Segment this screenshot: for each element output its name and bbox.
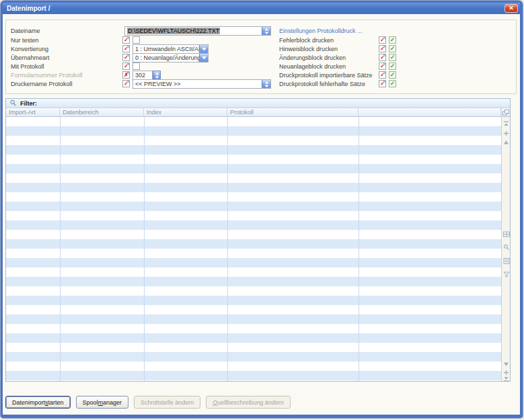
grid-search-button[interactable] bbox=[502, 244, 510, 251]
title-bar: Datenimport / bbox=[3, 3, 520, 14]
dateiname-input[interactable]: D:\SEDEV\WFLTAUSCH\222.TXT bbox=[124, 26, 271, 36]
green-check-icon: ✓ bbox=[390, 62, 396, 69]
konvertierung-dropdown-button[interactable] bbox=[199, 45, 208, 53]
grid-report-button[interactable] bbox=[502, 257, 510, 264]
column-chooser-button[interactable] bbox=[501, 108, 510, 117]
uebernahmeart-dropdown-button[interactable] bbox=[199, 54, 208, 62]
green-check-icon: ✓ bbox=[390, 71, 396, 78]
grid-rows-area[interactable] bbox=[6, 117, 501, 381]
filter-label: Filter: bbox=[20, 100, 37, 107]
formularnummer-spinner-button[interactable] bbox=[153, 71, 161, 80]
formularnummer-input[interactable]: 302 bbox=[133, 71, 153, 80]
formularnummer-label: Formularnummer Protokoll bbox=[11, 72, 83, 79]
red-check-icon: ✓ bbox=[380, 81, 385, 87]
grid-nav-strip bbox=[501, 108, 510, 381]
formularnummer-modified-button[interactable]: ✗ bbox=[122, 71, 130, 79]
updown-arrows-icon bbox=[264, 81, 269, 87]
fehlerhafte-saetze-label: Druckprotokoll fehlerhafte Sätze bbox=[279, 81, 365, 87]
konvertierung-dropdown[interactable]: 1 : Umwandeln ASCII/ANSI bbox=[133, 44, 209, 54]
move-down-icon bbox=[503, 370, 509, 376]
uebernahmeart-modified-button[interactable]: ✓ bbox=[122, 54, 130, 61]
uebernahmeart-value: 0 : Neuanlage/Änderung bbox=[135, 54, 201, 61]
button-mnemonic: m bbox=[98, 399, 104, 406]
grid-filter-button[interactable] bbox=[502, 271, 510, 278]
green-check-icon: ✓ bbox=[390, 80, 396, 87]
grid-scroll-top-button[interactable] bbox=[502, 120, 510, 127]
protokolldruck-settings-link[interactable]: Einstellungen Protokolldruck ... bbox=[279, 28, 363, 34]
arrow-up-icon bbox=[503, 140, 509, 145]
druckername-modified-button[interactable]: ✓ bbox=[122, 80, 130, 87]
fehlerblock-label: Fehlerblock drucken bbox=[279, 37, 334, 44]
search-icon bbox=[503, 244, 510, 251]
grid-row-up-button[interactable] bbox=[502, 139, 510, 146]
importierbare-saetze-modified-button[interactable]: ✓ bbox=[379, 71, 386, 79]
column-header-empty[interactable] bbox=[359, 108, 501, 116]
filter-bar[interactable]: Filter: bbox=[6, 99, 510, 108]
mit-protokoll-modified-button[interactable]: ✓ bbox=[122, 62, 130, 70]
hinweisblock-checkbox[interactable]: ✓ bbox=[389, 45, 396, 52]
nur-testen-modified-button[interactable]: ✓ bbox=[122, 36, 130, 44]
column-header-datenbereich[interactable]: Datenbereich bbox=[60, 108, 144, 116]
red-cross-icon: ✗ bbox=[124, 72, 128, 78]
grid-view-button[interactable] bbox=[502, 230, 510, 237]
dateiname-picker-button[interactable] bbox=[262, 27, 270, 35]
neuanlageblock-checkbox[interactable]: ✓ bbox=[389, 62, 396, 70]
uebernahmeart-label: Übernahmeart bbox=[11, 54, 50, 61]
spoolmanager-button[interactable]: Spoolmanager bbox=[76, 396, 129, 409]
druckername-value: << PREVIEW >> bbox=[135, 81, 181, 87]
column-chooser-icon bbox=[502, 110, 509, 116]
column-divider bbox=[227, 117, 228, 381]
grid-page-down-button[interactable] bbox=[502, 369, 510, 376]
nur-testen-checkbox[interactable] bbox=[133, 36, 140, 44]
red-check-icon: ✓ bbox=[124, 81, 128, 87]
aenderungsblock-modified-button[interactable]: ✓ bbox=[379, 54, 386, 61]
column-divider bbox=[60, 117, 61, 381]
action-button-row: Datenimport starten Spoolmanager Schnitt… bbox=[5, 396, 291, 409]
druckername-picker-button[interactable] bbox=[262, 80, 270, 88]
fehlerblock-checkbox[interactable]: ✓ bbox=[389, 36, 396, 44]
red-check-icon: ✓ bbox=[124, 37, 128, 43]
red-check-icon: ✓ bbox=[380, 63, 385, 69]
nur-testen-label: Nur testen bbox=[11, 37, 39, 44]
chevron-down-icon bbox=[202, 48, 207, 51]
updown-arrows-icon bbox=[155, 73, 159, 79]
button-mnemonic: Q bbox=[213, 399, 217, 406]
grid-page-up-button[interactable] bbox=[502, 130, 510, 136]
quellbeschreibung-aendern-button: Quellbeschreibung ändern bbox=[206, 396, 291, 409]
green-check-icon: ✓ bbox=[390, 54, 396, 60]
button-label: anager bbox=[103, 399, 122, 406]
mit-protokoll-checkbox[interactable] bbox=[133, 62, 140, 70]
fehlerhafte-saetze-modified-button[interactable]: ✓ bbox=[379, 80, 386, 87]
grid-scroll-bottom-button[interactable] bbox=[502, 376, 510, 382]
updown-arrows-icon bbox=[264, 28, 269, 34]
red-check-icon: ✓ bbox=[124, 46, 128, 52]
datenimport-starten-button[interactable]: Datenimport starten bbox=[5, 396, 71, 409]
red-check-icon: ✓ bbox=[380, 72, 385, 78]
konvertierung-modified-button[interactable]: ✓ bbox=[122, 45, 130, 52]
close-button[interactable]: ✕ bbox=[504, 4, 518, 13]
button-label: Spool bbox=[83, 399, 98, 406]
window-title: Datenimport / bbox=[7, 5, 50, 12]
button-label: Schnittstelle ändern bbox=[141, 399, 194, 406]
column-header-index[interactable]: Index bbox=[144, 108, 227, 116]
hinweisblock-modified-button[interactable]: ✓ bbox=[379, 45, 386, 52]
aenderungsblock-checkbox[interactable]: ✓ bbox=[389, 54, 396, 61]
app-window: Datenimport / ✕ Dateiname D:\SEDEV\WFLTA… bbox=[1, 1, 523, 418]
chevron-down-icon bbox=[202, 56, 207, 60]
uebernahmeart-dropdown[interactable]: 0 : Neuanlage/Änderung bbox=[133, 53, 209, 62]
red-check-icon: ✓ bbox=[380, 37, 385, 43]
neuanlageblock-label: Neuanlageblock drucken bbox=[279, 63, 346, 70]
konvertierung-value: 1 : Umwandeln ASCII/ANSI bbox=[135, 46, 209, 52]
konvertierung-label: Konvertierung bbox=[11, 46, 48, 52]
column-header-import-art[interactable]: Import-Art bbox=[6, 108, 60, 116]
green-check-icon: ✓ bbox=[390, 36, 396, 43]
druckername-label: Druckername Protokoll bbox=[11, 81, 73, 87]
grid-row-down-button[interactable] bbox=[502, 361, 510, 368]
druckername-dropdown[interactable]: << PREVIEW >> bbox=[133, 79, 271, 89]
importierbare-saetze-checkbox[interactable]: ✓ bbox=[389, 71, 396, 79]
column-header-protokoll[interactable]: Protokoll bbox=[227, 108, 359, 116]
neuanlageblock-modified-button[interactable]: ✓ bbox=[379, 62, 386, 70]
red-check-icon: ✓ bbox=[380, 54, 385, 60]
fehlerhafte-saetze-checkbox[interactable]: ✓ bbox=[389, 80, 396, 87]
fehlerblock-modified-button[interactable]: ✓ bbox=[379, 36, 386, 44]
